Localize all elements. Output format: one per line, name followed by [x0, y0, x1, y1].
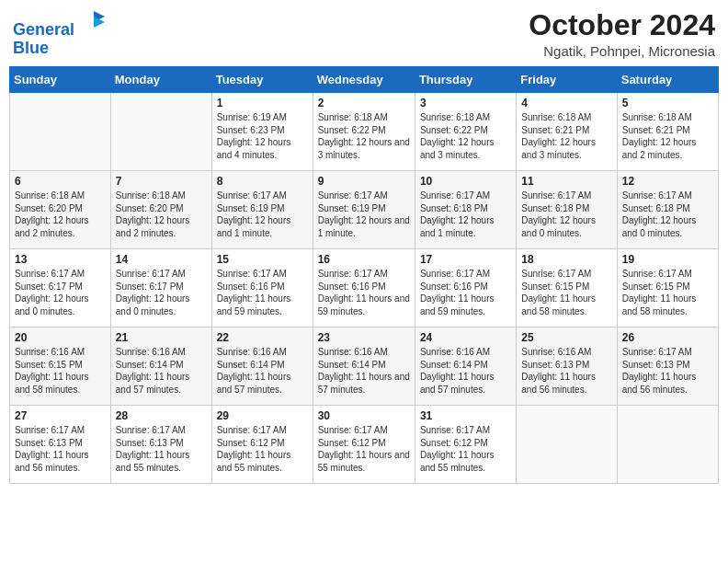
calendar-cell: 3Sunrise: 6:18 AM Sunset: 6:22 PM Daylig…	[415, 93, 516, 171]
day-info: Sunrise: 6:18 AM Sunset: 6:20 PM Dayligh…	[116, 190, 207, 239]
day-info: Sunrise: 6:16 AM Sunset: 6:15 PM Dayligh…	[15, 346, 106, 396]
day-number: 20	[15, 331, 106, 344]
day-number: 30	[318, 409, 410, 422]
calendar-cell: 29Sunrise: 6:17 AM Sunset: 6:12 PM Dayli…	[211, 406, 313, 484]
calendar-cell	[617, 406, 718, 484]
day-info: Sunrise: 6:17 AM Sunset: 6:15 PM Dayligh…	[521, 268, 611, 317]
day-number: 7	[116, 175, 207, 188]
day-number: 19	[622, 253, 713, 266]
calendar-cell: 14Sunrise: 6:17 AM Sunset: 6:17 PM Dayli…	[110, 249, 211, 327]
calendar-cell: 11Sunrise: 6:17 AM Sunset: 6:18 PM Dayli…	[517, 171, 617, 249]
day-info: Sunrise: 6:16 AM Sunset: 6:14 PM Dayligh…	[420, 346, 511, 396]
calendar-cell: 31Sunrise: 6:17 AM Sunset: 6:12 PM Dayli…	[415, 406, 516, 484]
calendar-cell: 22Sunrise: 6:16 AM Sunset: 6:14 PM Dayli…	[211, 327, 313, 406]
day-info: Sunrise: 6:18 AM Sunset: 6:22 PM Dayligh…	[318, 111, 410, 161]
day-info: Sunrise: 6:17 AM Sunset: 6:17 PM Dayligh…	[116, 268, 207, 317]
calendar-cell: 9Sunrise: 6:17 AM Sunset: 6:19 PM Daylig…	[313, 171, 415, 249]
calendar-cell: 19Sunrise: 6:17 AM Sunset: 6:15 PM Dayli…	[617, 249, 718, 327]
day-info: Sunrise: 6:18 AM Sunset: 6:22 PM Dayligh…	[420, 111, 511, 161]
title-block: October 2024 Ngatik, Pohnpei, Micronesia	[529, 9, 715, 59]
day-number: 23	[318, 331, 410, 344]
day-number: 17	[420, 253, 511, 266]
day-info: Sunrise: 6:16 AM Sunset: 6:13 PM Dayligh…	[521, 346, 611, 396]
calendar-cell: 23Sunrise: 6:16 AM Sunset: 6:14 PM Dayli…	[313, 327, 415, 406]
day-number: 16	[318, 253, 410, 266]
day-info: Sunrise: 6:17 AM Sunset: 6:18 PM Dayligh…	[622, 190, 713, 239]
logo: General Blue	[13, 9, 107, 58]
day-number: 11	[521, 175, 611, 188]
calendar-cell: 8Sunrise: 6:17 AM Sunset: 6:19 PM Daylig…	[211, 171, 313, 249]
day-number: 6	[15, 175, 106, 188]
day-number: 13	[15, 253, 106, 266]
calendar-header-row: SundayMondayTuesdayWednesdayThursdayFrid…	[10, 67, 719, 93]
day-number: 31	[420, 409, 511, 422]
calendar-cell: 2Sunrise: 6:18 AM Sunset: 6:22 PM Daylig…	[313, 93, 415, 171]
calendar-cell: 27Sunrise: 6:17 AM Sunset: 6:13 PM Dayli…	[10, 406, 111, 484]
calendar-week-row: 1Sunrise: 6:19 AM Sunset: 6:23 PM Daylig…	[10, 93, 719, 171]
logo-blue: Blue	[13, 39, 49, 57]
day-number: 10	[420, 175, 511, 188]
calendar-cell: 4Sunrise: 6:18 AM Sunset: 6:21 PM Daylig…	[517, 93, 617, 171]
day-number: 29	[217, 409, 308, 422]
calendar-cell: 30Sunrise: 6:17 AM Sunset: 6:12 PM Dayli…	[313, 406, 415, 484]
weekday-header: Sunday	[10, 67, 111, 93]
calendar-cell: 18Sunrise: 6:17 AM Sunset: 6:15 PM Dayli…	[517, 249, 617, 327]
day-number: 5	[622, 97, 713, 109]
day-number: 18	[521, 253, 611, 266]
day-info: Sunrise: 6:16 AM Sunset: 6:14 PM Dayligh…	[318, 346, 410, 396]
day-number: 8	[217, 175, 308, 188]
calendar-cell: 1Sunrise: 6:19 AM Sunset: 6:23 PM Daylig…	[211, 93, 313, 171]
calendar-table: SundayMondayTuesdayWednesdayThursdayFrid…	[9, 66, 719, 484]
calendar-cell	[517, 406, 617, 484]
day-info: Sunrise: 6:17 AM Sunset: 6:16 PM Dayligh…	[318, 268, 410, 317]
day-number: 22	[217, 331, 308, 344]
calendar-cell: 5Sunrise: 6:18 AM Sunset: 6:21 PM Daylig…	[617, 93, 718, 171]
day-number: 28	[116, 409, 207, 422]
weekday-header: Friday	[517, 67, 617, 93]
logo-general: General	[13, 20, 74, 39]
calendar-body: 1Sunrise: 6:19 AM Sunset: 6:23 PM Daylig…	[10, 93, 719, 484]
day-info: Sunrise: 6:18 AM Sunset: 6:21 PM Dayligh…	[622, 111, 713, 161]
day-number: 3	[420, 97, 511, 109]
day-info: Sunrise: 6:17 AM Sunset: 6:19 PM Dayligh…	[217, 190, 308, 239]
calendar-cell: 13Sunrise: 6:17 AM Sunset: 6:17 PM Dayli…	[10, 249, 111, 327]
month-title: October 2024	[529, 9, 715, 41]
day-info: Sunrise: 6:17 AM Sunset: 6:13 PM Dayligh…	[116, 424, 207, 474]
day-info: Sunrise: 6:17 AM Sunset: 6:12 PM Dayligh…	[420, 424, 511, 474]
calendar-week-row: 6Sunrise: 6:18 AM Sunset: 6:20 PM Daylig…	[10, 171, 719, 249]
calendar-cell: 15Sunrise: 6:17 AM Sunset: 6:16 PM Dayli…	[211, 249, 313, 327]
calendar-cell: 20Sunrise: 6:16 AM Sunset: 6:15 PM Dayli…	[10, 327, 111, 406]
location: Ngatik, Pohnpei, Micronesia	[529, 43, 715, 59]
day-number: 9	[318, 175, 410, 188]
calendar-cell: 12Sunrise: 6:17 AM Sunset: 6:18 PM Dayli…	[617, 171, 718, 249]
day-info: Sunrise: 6:17 AM Sunset: 6:12 PM Dayligh…	[217, 424, 308, 474]
day-info: Sunrise: 6:17 AM Sunset: 6:16 PM Dayligh…	[420, 268, 511, 317]
calendar-week-row: 27Sunrise: 6:17 AM Sunset: 6:13 PM Dayli…	[10, 406, 719, 484]
weekday-header: Monday	[110, 67, 211, 93]
day-number: 15	[217, 253, 308, 266]
calendar-cell: 16Sunrise: 6:17 AM Sunset: 6:16 PM Dayli…	[313, 249, 415, 327]
day-number: 25	[521, 331, 611, 344]
calendar-cell: 25Sunrise: 6:16 AM Sunset: 6:13 PM Dayli…	[517, 327, 617, 406]
day-number: 14	[116, 253, 207, 266]
calendar-week-row: 13Sunrise: 6:17 AM Sunset: 6:17 PM Dayli…	[10, 249, 719, 327]
weekday-header: Tuesday	[211, 67, 313, 93]
day-info: Sunrise: 6:17 AM Sunset: 6:18 PM Dayligh…	[521, 190, 611, 239]
day-info: Sunrise: 6:18 AM Sunset: 6:21 PM Dayligh…	[521, 111, 611, 161]
day-number: 21	[116, 331, 207, 344]
day-number: 2	[318, 97, 410, 109]
day-info: Sunrise: 6:17 AM Sunset: 6:13 PM Dayligh…	[15, 424, 106, 474]
day-info: Sunrise: 6:17 AM Sunset: 6:12 PM Dayligh…	[318, 424, 410, 474]
calendar-cell	[110, 93, 211, 171]
calendar-cell: 26Sunrise: 6:17 AM Sunset: 6:13 PM Dayli…	[617, 327, 718, 406]
logo-flag-icon	[81, 9, 107, 35]
calendar-cell: 17Sunrise: 6:17 AM Sunset: 6:16 PM Dayli…	[415, 249, 516, 327]
calendar-cell: 24Sunrise: 6:16 AM Sunset: 6:14 PM Dayli…	[415, 327, 516, 406]
weekday-header: Wednesday	[313, 67, 415, 93]
day-number: 1	[217, 97, 308, 109]
calendar-week-row: 20Sunrise: 6:16 AM Sunset: 6:15 PM Dayli…	[10, 327, 719, 406]
day-info: Sunrise: 6:17 AM Sunset: 6:15 PM Dayligh…	[622, 268, 713, 317]
day-info: Sunrise: 6:17 AM Sunset: 6:13 PM Dayligh…	[622, 346, 713, 396]
day-info: Sunrise: 6:16 AM Sunset: 6:14 PM Dayligh…	[116, 346, 207, 396]
day-info: Sunrise: 6:17 AM Sunset: 6:16 PM Dayligh…	[217, 268, 308, 317]
